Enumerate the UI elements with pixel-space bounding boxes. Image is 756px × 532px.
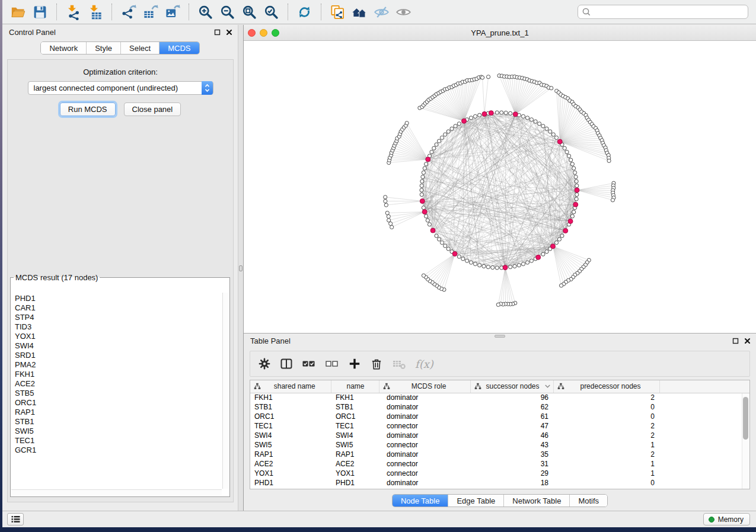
cell-predecessor-nodes: 1 (553, 469, 659, 478)
split-table-icon[interactable] (280, 357, 293, 370)
toolbar-separator (56, 4, 57, 20)
cell-predecessor-nodes: 0 (553, 412, 659, 421)
import-network-icon[interactable] (65, 4, 81, 20)
function-builder-icon[interactable]: f(x) (415, 358, 433, 370)
toolbar-separator (321, 4, 321, 20)
cell-predecessor-nodes: 0 (553, 402, 659, 412)
tab-mcds[interactable]: MCDS (160, 42, 199, 54)
cell-shared-name: STB1 (250, 402, 331, 412)
open-file-icon[interactable] (10, 4, 26, 20)
column-header-name[interactable]: name (331, 380, 379, 393)
table-row[interactable]: STB1STB1dominator620 (250, 402, 749, 412)
mcds-result-item[interactable]: RAP1 (15, 408, 222, 417)
export-table-icon[interactable] (142, 4, 158, 20)
close-panel-icon[interactable] (226, 29, 232, 36)
add-icon[interactable] (348, 357, 361, 370)
zoom-in-icon[interactable] (197, 4, 213, 20)
table-row[interactable]: TEC1TEC1connector472 (250, 421, 749, 431)
mcds-result-item[interactable]: SRD1 (15, 351, 222, 360)
table-scrollbar-thumb[interactable] (743, 397, 748, 440)
deselect-all-icon[interactable] (325, 357, 339, 370)
mcds-result-list[interactable]: PHD1CAR1STP4TID3YOX1SWI4SRD1PMA2FKH1ACE2… (11, 293, 222, 489)
tab-style[interactable]: Style (87, 42, 121, 54)
table-row[interactable]: PHD1PHD1dominator180 (250, 478, 749, 488)
column-header-successor-nodes[interactable]: successor nodes (470, 380, 553, 393)
first-neighbors-icon[interactable] (352, 4, 368, 20)
zoom-fit-icon[interactable] (241, 4, 257, 20)
table-panel-tabs: Node TableEdge TableNetwork TableMotifs (392, 494, 608, 507)
column-header-predecessor-nodes[interactable]: predecessor nodes (553, 380, 659, 393)
export-image-icon[interactable] (164, 4, 180, 20)
mcds-result-item[interactable]: PHD1 (15, 294, 222, 303)
tab-edge-table[interactable]: Edge Table (448, 495, 504, 507)
tab-network-table[interactable]: Network Table (504, 495, 570, 507)
list-vertical-scrollbar[interactable] (222, 293, 229, 489)
table-row[interactable]: SWI5SWI5connector431 (250, 440, 749, 450)
run-mcds-button[interactable]: Run MCDS (60, 102, 116, 116)
table-row[interactable]: ACE2ACE2connector311 (250, 459, 749, 469)
mcds-result-item[interactable]: TID3 (15, 322, 222, 332)
mcds-result-item[interactable]: GCR1 (15, 446, 222, 455)
tab-node-table[interactable]: Node Table (393, 495, 449, 507)
network-canvas[interactable] (244, 41, 756, 333)
table-row[interactable]: SWI4SWI4dominator462 (250, 431, 749, 440)
hide-selected-icon[interactable] (374, 4, 390, 20)
show-all-icon[interactable] (395, 4, 412, 20)
task-history-button[interactable] (7, 513, 24, 525)
mcds-result-item[interactable]: YOX1 (15, 332, 222, 341)
mcds-result-item[interactable]: TEC1 (15, 436, 222, 446)
import-table-icon[interactable] (87, 4, 103, 20)
cell-name: TEC1 (331, 421, 379, 431)
panel-splitter[interactable] (238, 25, 244, 511)
mcds-result-item[interactable]: STP4 (15, 313, 222, 322)
tab-select[interactable]: Select (121, 42, 160, 54)
select-all-icon[interactable] (302, 357, 316, 370)
delete-table-icon[interactable] (392, 357, 406, 370)
delete-icon[interactable] (370, 357, 383, 370)
column-header-mcds-role[interactable]: MCDS role (379, 380, 470, 393)
save-session-icon[interactable] (32, 4, 48, 20)
table-row[interactable]: YOX1YOX1connector291 (250, 469, 749, 478)
optimization-criterion-select[interactable]: largest connected component (undirected) (28, 81, 213, 95)
tab-motifs[interactable]: Motifs (570, 495, 607, 507)
update-network-icon[interactable] (296, 4, 312, 20)
zoom-out-icon[interactable] (219, 4, 235, 20)
mcds-result-item[interactable]: CAR1 (15, 303, 222, 313)
cell-successor-nodes: 29 (470, 469, 553, 478)
mcds-result-item[interactable]: STB1 (15, 417, 222, 427)
splitter-handle-icon[interactable] (239, 265, 243, 271)
mcds-result-item[interactable]: ORC1 (15, 398, 222, 408)
zoom-selected-icon[interactable] (263, 4, 279, 20)
column-header-shared-name[interactable]: shared name (250, 380, 331, 393)
cell-name: YOX1 (331, 469, 379, 478)
mcds-result-item[interactable]: ACE2 (15, 379, 222, 389)
mcds-result-item[interactable]: PMA2 (15, 360, 222, 370)
close-table-panel-icon[interactable] (744, 338, 751, 344)
table-row[interactable]: FKH1FKH1dominator962 (250, 393, 749, 402)
settings-gear-icon[interactable] (258, 357, 271, 370)
cell-successor-nodes: 47 (470, 421, 553, 431)
close-panel-button[interactable]: Close panel (124, 102, 181, 116)
table-row[interactable]: ORC1ORC1dominator610 (250, 412, 749, 421)
export-network-icon[interactable] (120, 4, 136, 20)
memory-button[interactable]: Memory (703, 513, 750, 525)
search-icon (582, 7, 591, 17)
duplicate-network-icon[interactable] (330, 4, 346, 20)
mcds-result-item[interactable]: SWI4 (15, 341, 222, 351)
list-horizontal-scrollbar[interactable] (11, 489, 222, 496)
cell-successor-nodes: 46 (470, 431, 553, 440)
float-panel-icon[interactable] (214, 29, 221, 36)
mcds-result-item[interactable]: FKH1 (15, 370, 222, 379)
mcds-result-item[interactable]: SWI5 (15, 427, 222, 436)
cell-shared-name: ORC1 (250, 412, 331, 421)
status-bar: Memory (2, 511, 756, 527)
tab-network[interactable]: Network (41, 42, 87, 54)
table-row[interactable]: RAP1RAP1dominator352 (250, 450, 749, 459)
toolbar-separator (189, 4, 189, 20)
network-title: YPA_prune.txt_1 (244, 28, 756, 37)
mcds-result-item[interactable]: STB5 (15, 389, 222, 398)
cell-predecessor-nodes: 2 (553, 431, 659, 440)
cell-successor-nodes: 96 (470, 393, 553, 402)
float-table-panel-icon[interactable] (732, 338, 739, 344)
search-input[interactable] (591, 6, 744, 18)
